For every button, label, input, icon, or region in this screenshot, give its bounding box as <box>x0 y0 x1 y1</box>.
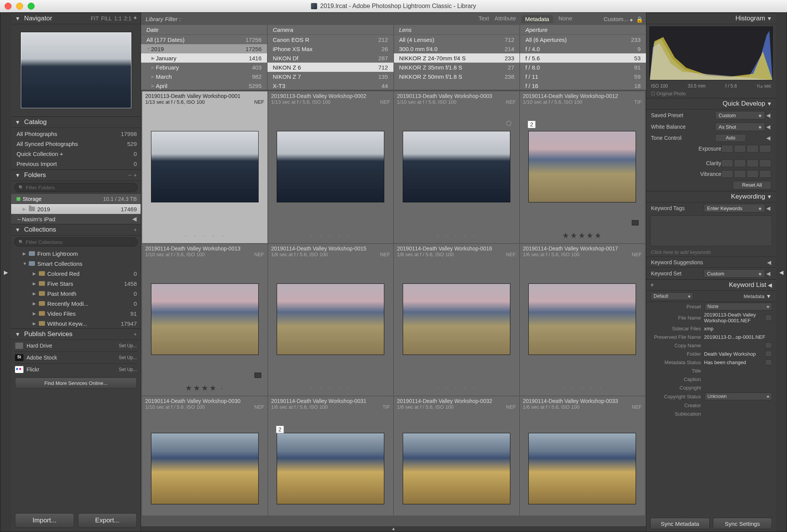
exposure-buttons[interactable] <box>721 145 771 152</box>
filter-row[interactable]: f / 1159 <box>520 72 646 81</box>
metadata-action-button[interactable] <box>765 359 772 365</box>
grid-cell[interactable]: 20190114-Death Valley Workshop-00151/8 s… <box>268 244 394 396</box>
keyword-tags-dropdown[interactable]: Enter Keywords◆ <box>704 204 765 212</box>
filter-metadata-tab[interactable]: Metadata <box>521 15 553 23</box>
filter-row[interactable]: Canon EOS R212 <box>267 35 394 44</box>
keyword-list-header[interactable]: +Keyword List◀ <box>646 279 776 291</box>
filter-row[interactable]: NIKON Z 7135 <box>267 72 394 81</box>
metadata-value[interactable]: xmp <box>704 326 772 331</box>
keyword-set-dropdown[interactable]: Custom◆ <box>704 269 765 278</box>
saved-preset-dropdown[interactable]: Custom◆ <box>715 111 765 119</box>
filter-row[interactable]: 300.0 mm f/4.0214 <box>394 44 520 53</box>
publish-hard-drive[interactable]: Hard DriveSet Up... <box>11 340 141 351</box>
smart-collection-item[interactable]: ▶Video Files91 <box>11 308 141 318</box>
filter-row[interactable]: ▶April5295 <box>141 81 267 90</box>
metadata-value[interactable]: Has been changed <box>704 360 764 365</box>
filter-folders-input[interactable]: Filter Folders <box>14 183 138 192</box>
metadata-action-button[interactable] <box>765 342 772 348</box>
grid-cell[interactable]: 20190113-Death Valley Workshop-00031/10 … <box>394 91 519 243</box>
catalog-item[interactable]: Previous Import0 <box>11 159 141 169</box>
maximize-window-button[interactable] <box>28 3 35 10</box>
folders-header[interactable]: ▼Folders−+ <box>11 169 141 181</box>
filter-row[interactable]: ▶February403 <box>141 63 267 72</box>
metadata-dropdown[interactable]: Unknown◆ <box>705 393 772 400</box>
filter-row[interactable]: NIKON Df287 <box>267 53 394 63</box>
filter-row[interactable]: All (177 Dates)17256 <box>141 35 267 44</box>
rating-footer[interactable]: · · · · · <box>268 380 394 396</box>
nav-1to1[interactable]: 1:1 <box>114 15 121 22</box>
rating-footer[interactable]: · · · · · <box>142 228 267 243</box>
filter-row[interactable]: NIKON Z 6712 <box>267 63 394 72</box>
add-collection-button[interactable]: + <box>134 227 137 233</box>
add-publish-button[interactable]: + <box>134 331 137 337</box>
rating-footer[interactable]: · · · · · <box>520 380 645 396</box>
white-balance-dropdown[interactable]: As Shot◆ <box>715 123 765 131</box>
filter-col-header[interactable]: Aperture <box>520 25 646 35</box>
vibrance-buttons[interactable] <box>721 170 771 178</box>
grid-cell[interactable]: 20190114-Death Valley Workshop-00131/10 … <box>142 244 267 396</box>
collections-header[interactable]: ▼Collections+ <box>11 224 141 235</box>
grid-cell[interactable]: 20190113-Death Valley Workshop-00021/13 … <box>268 91 394 243</box>
filter-preset-dropdown[interactable]: Custom... ◆ <box>604 16 633 22</box>
metadata-set-dropdown[interactable]: Default◆ <box>651 292 693 300</box>
clarity-buttons[interactable] <box>721 159 771 167</box>
volume-row[interactable]: Storage10.1 / 24.3 TB <box>11 194 141 204</box>
catalog-item[interactable]: All Photographs17998 <box>11 129 141 139</box>
publish-header[interactable]: ▼Publish Services+ <box>11 328 141 340</box>
grid-cell[interactable]: 20190114-Death Valley Workshop-00301/10 … <box>142 396 267 515</box>
filter-row[interactable]: X-T344 <box>267 81 394 90</box>
ipad-device-row[interactable]: ←Nasim's iPad◀ <box>11 214 141 224</box>
filmstrip-toggle[interactable]: ▲ <box>141 526 646 532</box>
smart-collection-item[interactable]: ▶Colored Red0 <box>11 268 141 278</box>
rating-footer[interactable]: · · · · · <box>268 228 394 243</box>
filter-col-header[interactable]: Camera <box>267 25 394 35</box>
metadata-action-button[interactable] <box>765 315 772 321</box>
reset-all-button[interactable]: Reset All <box>733 181 771 189</box>
grid-cell[interactable]: 20190114-Death Valley Workshop-00331/6 s… <box>520 396 645 515</box>
keyword-hint[interactable]: Click here to add keywords <box>646 248 776 257</box>
original-photo-checkbox[interactable]: Original Photo <box>646 89 776 98</box>
filter-row[interactable]: f / 1618 <box>520 81 646 90</box>
auto-tone-button[interactable]: Auto <box>715 134 746 142</box>
sync-metadata-button[interactable]: Sync Metadata <box>650 518 710 529</box>
grid-cell[interactable]: 20190114-Death Valley Workshop-00121/10 … <box>520 91 645 243</box>
metadata-value[interactable]: 20190113-D...op-0001.NEF <box>704 334 772 340</box>
filter-none-tab[interactable]: None <box>558 15 572 23</box>
sync-settings-button[interactable]: Sync Settings <box>713 518 772 529</box>
navigator-preview[interactable] <box>11 24 141 116</box>
filter-row[interactable]: ▼201917256 <box>141 44 267 53</box>
filter-row[interactable]: All (4 Lenses)712 <box>394 35 520 44</box>
nav-fill[interactable]: FILL <box>101 15 112 22</box>
filter-row[interactable]: NIKKOR Z 24-70mm f/4 S233 <box>394 53 520 63</box>
smart-collection-item[interactable]: ▶Without Keyw...17947 <box>11 318 141 328</box>
filter-row[interactable]: f / 4.09 <box>520 44 646 53</box>
grid-cell[interactable]: 20190114-Death Valley Workshop-00311/6 s… <box>268 396 394 515</box>
catalog-item[interactable]: Quick Collection +0 <box>11 149 141 159</box>
filter-row[interactable]: ▶March982 <box>141 72 267 81</box>
filter-attribute-tab[interactable]: Attribute <box>495 15 516 23</box>
catalog-item[interactable]: All Synced Photographs529 <box>11 139 141 149</box>
metadata-value[interactable]: Death Valley Workshop <box>704 351 764 357</box>
metadata-action-button[interactable] <box>765 351 772 357</box>
rating-footer[interactable]: · · · · · <box>394 228 519 243</box>
filter-row[interactable]: f / 5.653 <box>520 53 646 63</box>
filter-col-header[interactable]: Date <box>141 25 267 35</box>
filter-row[interactable]: f / 8.091 <box>520 63 646 72</box>
export-button[interactable]: Export... <box>78 513 137 528</box>
metadata-preset-dropdown[interactable]: None◆ <box>705 303 772 310</box>
publish-adobe-stock[interactable]: StAdobe StockSet Up... <box>11 352 141 363</box>
filter-text-tab[interactable]: Text <box>478 15 489 23</box>
rating-footer[interactable]: ★★★★★ <box>520 228 645 243</box>
filter-row[interactable]: All (6 Apertures)233 <box>520 35 646 44</box>
coll-from-lightroom[interactable]: ▶From Lightroom <box>11 249 141 259</box>
grid-cell[interactable]: 20190114-Death Valley Workshop-00321/6 s… <box>394 396 519 515</box>
add-folder-button[interactable]: + <box>134 172 137 178</box>
filter-collections-input[interactable]: Filter Collections <box>14 237 138 247</box>
right-edge-toggle[interactable]: ◀ <box>776 13 787 532</box>
minimize-window-button[interactable] <box>16 3 23 10</box>
smart-collection-item[interactable]: ▶Past Month0 <box>11 288 141 298</box>
keyword-input-box[interactable] <box>650 215 772 246</box>
folder-2019[interactable]: ▶201917469 <box>11 204 141 214</box>
left-edge-toggle[interactable]: ▶ <box>0 13 11 532</box>
nav-zoom[interactable]: 2:1 <box>124 15 131 22</box>
